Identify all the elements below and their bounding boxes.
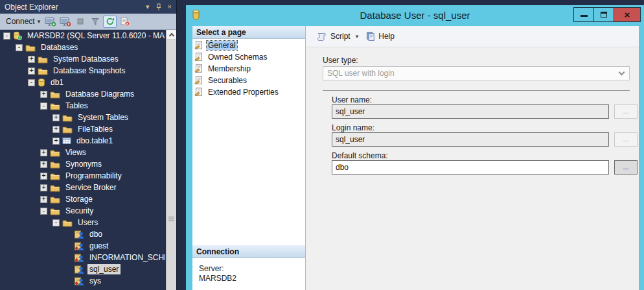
- user-type-label: User type:: [323, 56, 358, 65]
- expand-icon[interactable]: +: [40, 161, 47, 168]
- tree-item-filetables[interactable]: + FileTables: [1, 123, 165, 135]
- expand-icon[interactable]: +: [52, 126, 60, 133]
- expand-icon[interactable]: +: [52, 138, 60, 145]
- disable-script-button[interactable]: [118, 16, 132, 28]
- close-button[interactable]: ×: [614, 7, 641, 22]
- tree-item-views[interactable]: + Views: [1, 147, 165, 158]
- disconnect-server-button[interactable]: [58, 16, 72, 28]
- collapse-icon[interactable]: -: [3, 32, 10, 40]
- close-icon[interactable]: ×: [168, 3, 172, 10]
- page-icon: [194, 41, 203, 50]
- page-icon: [194, 64, 203, 73]
- maximize-icon: [601, 12, 607, 18]
- tree-item-sys[interactable]: sys: [1, 275, 165, 287]
- tree-item-label: MARSDB2 (SQL Server 11.0.6020 - MARSD: [25, 30, 165, 41]
- connect-server-button[interactable]: [43, 16, 57, 28]
- tree-item-label-selected: sql_user: [87, 264, 121, 274]
- folder-icon: [38, 67, 48, 75]
- tree-item-users[interactable]: - Users: [1, 217, 165, 228]
- connection-header: Connection: [192, 245, 305, 258]
- tree-item-storage[interactable]: + Storage: [1, 193, 165, 205]
- user-type-select[interactable]: SQL user with login: [323, 66, 630, 80]
- folder-icon: [50, 102, 60, 110]
- collapse-icon[interactable]: -: [40, 103, 47, 110]
- tree-item-system-tables[interactable]: + System Tables: [1, 112, 165, 123]
- dialog-content: Script ▾ Help User type: SQL user with l…: [306, 26, 639, 290]
- pin-icon[interactable]: [155, 3, 162, 11]
- tree-item-guest[interactable]: guest: [1, 240, 165, 252]
- collapse-icon[interactable]: -: [52, 219, 60, 226]
- tree-scrollbar[interactable]: [166, 30, 176, 290]
- tree-item-synonyms[interactable]: + Synonyms: [1, 158, 165, 170]
- page-item-extended-properties[interactable]: Extended Properties: [192, 86, 305, 97]
- expand-icon[interactable]: +: [40, 91, 47, 98]
- folder-icon: [62, 114, 73, 122]
- folder-icon: [50, 195, 60, 204]
- page-item-securables[interactable]: Securables: [192, 75, 305, 86]
- collapse-icon[interactable]: -: [40, 208, 47, 215]
- default-schema-browse-button[interactable]: ...: [614, 160, 638, 175]
- expand-icon[interactable]: +: [40, 184, 47, 191]
- tree-item-sql-user[interactable]: sql_user: [1, 263, 165, 275]
- expand-icon[interactable]: +: [28, 67, 35, 75]
- tree-item-label: guest: [87, 241, 110, 251]
- user-disabled-icon: [75, 254, 84, 262]
- folder-icon: [62, 125, 73, 134]
- user-name-browse-button[interactable]: ...: [614, 104, 638, 119]
- connect-button[interactable]: Connect ▾: [4, 16, 42, 27]
- window-position-menu-icon[interactable]: ▾: [146, 3, 150, 10]
- expand-icon[interactable]: +: [40, 196, 47, 203]
- database-icon: [38, 78, 45, 87]
- collapse-icon[interactable]: -: [28, 79, 35, 86]
- tree-item-security[interactable]: - Security: [1, 205, 165, 217]
- page-item-membership[interactable]: Membership: [192, 63, 305, 74]
- expand-icon[interactable]: +: [28, 56, 35, 63]
- window-controls: ×: [574, 7, 641, 22]
- page-item-general[interactable]: General: [192, 40, 305, 51]
- select-a-page-header: Select a page: [192, 26, 305, 39]
- maximize-button[interactable]: [593, 7, 614, 22]
- script-button[interactable]: Script: [314, 30, 353, 43]
- tree-item-label: Storage: [63, 194, 95, 204]
- tree-item-database-snapshots[interactable]: + Database Snapshots: [1, 65, 165, 77]
- user-name-input[interactable]: [332, 104, 609, 119]
- page-item-label: Securables: [207, 76, 248, 85]
- minimize-icon: [581, 15, 588, 17]
- tree-item-marsdb2[interactable]: - MARSDB2 (SQL Server 11.0.6020 - MARSD: [1, 30, 165, 42]
- filter-button[interactable]: [88, 16, 102, 28]
- folder-icon: [62, 219, 73, 227]
- collapse-icon[interactable]: -: [16, 44, 23, 51]
- help-button[interactable]: Help: [363, 30, 397, 43]
- tree-item-database-diagrams[interactable]: + Database Diagrams: [1, 88, 165, 100]
- page-item-label: Extended Properties: [207, 88, 280, 97]
- stop-button[interactable]: [73, 16, 87, 28]
- tree-item-dbo-table1[interactable]: + dbo.table1: [1, 135, 165, 147]
- tree-item-system-databases[interactable]: + System Databases: [1, 53, 165, 65]
- refresh-button[interactable]: [103, 16, 117, 28]
- login-name-browse-button[interactable]: ...: [614, 132, 638, 147]
- user-icon: [75, 230, 84, 239]
- object-explorer-panel: Object Explorer ▾ × Connect ▾ - MARSDB2 …: [0, 0, 177, 290]
- user-disabled-icon: [75, 277, 84, 285]
- script-dropdown-icon[interactable]: ▾: [356, 33, 359, 40]
- script-error-icon: [120, 17, 130, 27]
- login-name-input[interactable]: [332, 132, 609, 147]
- default-schema-input[interactable]: [332, 160, 609, 175]
- tree-item-db1[interactable]: - db1: [1, 77, 165, 88]
- scroll-up-button[interactable]: [167, 30, 176, 40]
- folder-icon: [50, 160, 60, 169]
- dialog-titlebar[interactable]: Database User - sql_user ×: [186, 5, 644, 26]
- tree-item-databases[interactable]: - Databases: [1, 42, 165, 53]
- minimize-button[interactable]: [573, 7, 594, 22]
- tree-item-service-broker[interactable]: + Service Broker: [1, 182, 165, 193]
- stop-icon: [76, 18, 84, 25]
- expand-icon[interactable]: +: [52, 114, 60, 121]
- tree-item-tables[interactable]: - Tables: [1, 100, 165, 112]
- expand-icon[interactable]: +: [40, 173, 47, 180]
- tree-item-programmability[interactable]: + Programmability: [1, 170, 165, 182]
- expand-icon[interactable]: +: [40, 149, 47, 156]
- close-icon: ×: [625, 8, 630, 21]
- tree-item-dbo[interactable]: dbo: [1, 228, 165, 240]
- tree-item-information-schema[interactable]: INFORMATION_SCHEM: [1, 252, 165, 263]
- page-item-owned-schemas[interactable]: Owned Schemas: [192, 51, 305, 62]
